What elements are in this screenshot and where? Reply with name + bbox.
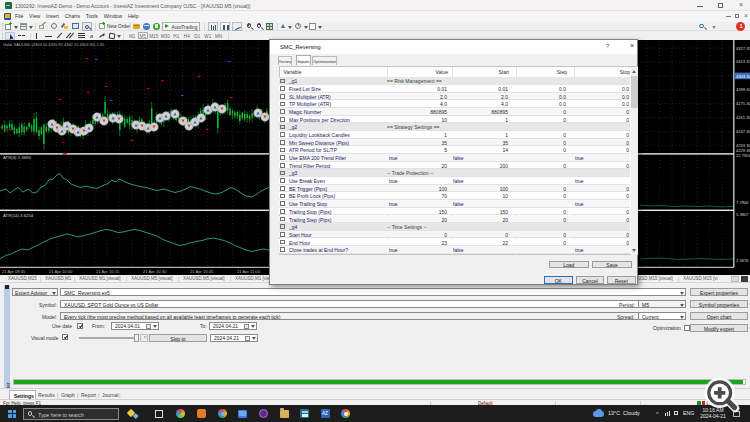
svg-text:ATR(4) 1.3690: ATR(4) 1.3690 — [3, 155, 31, 160]
svg-text:4313.35: 4313.35 — [736, 59, 750, 64]
svg-text:Gold, XAUUSD (4303.10 4305.95: Gold, XAUUSD (4303.10 4305.95 4302.15 43… — [3, 42, 105, 47]
svg-text:2.3676: 2.3676 — [736, 258, 749, 263]
svg-text:4303.30: 4303.30 — [736, 74, 750, 79]
svg-text:7.7906: 7.7906 — [736, 200, 749, 205]
svg-text:21 Apr 10:15: 21 Apr 10:15 — [96, 269, 120, 274]
svg-text:4327.35: 4327.35 — [736, 46, 750, 51]
svg-text:21 Apr 10:45: 21 Apr 10:45 — [190, 269, 214, 274]
svg-text:4275.30: 4275.30 — [736, 101, 750, 106]
svg-text:21 Apr 11:00: 21 Apr 11:00 — [237, 269, 261, 274]
svg-text:4229.36: 4229.36 — [736, 148, 750, 153]
svg-text:21 Apr 10:30: 21 Apr 10:30 — [143, 269, 167, 274]
svg-text:21 Apr 10:00: 21 Apr 10:00 — [49, 269, 73, 274]
svg-text:ATR(14) 3.6254: ATR(14) 3.6254 — [3, 213, 34, 218]
svg-text:4261.30: 4261.30 — [736, 115, 750, 120]
svg-text:21 Apr 09:45: 21 Apr 09:45 — [2, 269, 26, 274]
svg-text:22.7904: 22.7904 — [736, 153, 750, 158]
svg-text:5.3807: 5.3807 — [736, 212, 749, 217]
svg-text:4247.30: 4247.30 — [736, 129, 750, 134]
svg-text:4289.30: 4289.30 — [736, 87, 750, 92]
